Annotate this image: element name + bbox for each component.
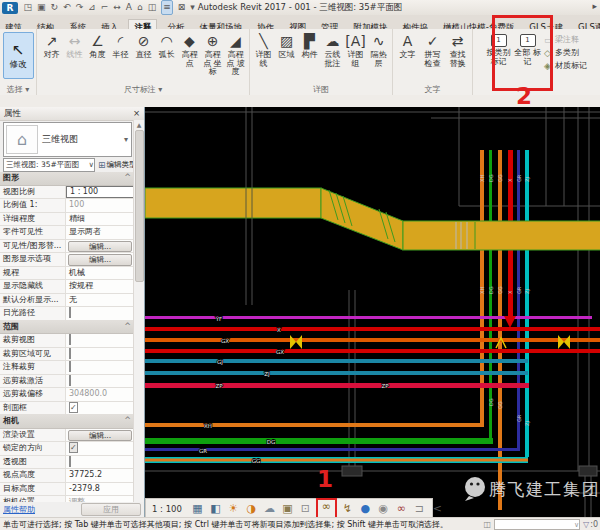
ribbon-tab[interactable]: GLS通用	[573, 20, 600, 29]
duct[interactable]	[145, 188, 600, 250]
ribbon-tab[interactable]: 构件坞	[398, 20, 434, 29]
checkbox[interactable]	[69, 334, 71, 345]
worksharing-display-icon[interactable]: ●	[358, 501, 373, 516]
text-tool-button[interactable]: ✓ 拼写 检查	[420, 31, 445, 68]
save-icon[interactable]: ▣	[37, 1, 46, 14]
dimension-tool-button[interactable]: ∠ 角度	[86, 31, 109, 60]
dimension-tool-button[interactable]: ◜ 半径	[109, 31, 132, 60]
constraints-icon[interactable]: ⊐	[412, 501, 427, 516]
type-selector[interactable]: ⌂ 三维视图 ▾	[3, 122, 132, 157]
dimension-tool-button[interactable]: ↗ 对齐	[40, 31, 63, 60]
selection-filter[interactable]: ▽ :0	[583, 520, 598, 529]
scroll-up-arrow[interactable]: ▲	[134, 120, 144, 129]
ribbon-tab[interactable]: 协作	[252, 20, 279, 29]
horizontal-pipes[interactable]	[145, 316, 600, 463]
sync-icon[interactable]: ↻	[51, 1, 59, 14]
tag-tool-button[interactable]: 1 按类别 标记	[484, 31, 513, 66]
dimension-tool-button[interactable]: ◠ 弧长	[155, 31, 178, 60]
properties-help-link[interactable]: 属性帮助	[3, 504, 35, 515]
design-option-combo[interactable]: ∨	[494, 519, 580, 530]
dimension-tool-button[interactable]: ◆ 高程点	[178, 31, 201, 68]
reveal-hidden-elements-icon[interactable]: ↯	[340, 501, 355, 516]
measure-icon[interactable]: ⌐	[101, 1, 109, 14]
collapse-icon[interactable]: <	[430, 501, 445, 516]
dimension-tool-button[interactable]: ⊕ 高程点 坐标	[201, 31, 224, 77]
checkbox[interactable]	[69, 361, 71, 372]
view-scale-value[interactable]: 1 : 100	[66, 186, 134, 199]
displacement-icon[interactable]: ◉	[376, 501, 391, 516]
edit-type-button[interactable]: ⊞ 编辑类型	[98, 160, 137, 170]
close-hidden-windows-icon[interactable]: ⊠	[178, 1, 186, 14]
ribbon-tab[interactable]: 分析	[162, 20, 189, 29]
default-3d-view-icon[interactable]: ⌂	[137, 1, 143, 14]
sun-path-icon[interactable]: ☀	[226, 501, 241, 516]
tag-small-tool-button[interactable]: ◈ 材质标记	[544, 59, 587, 72]
detail-tool-button[interactable]: ▨ 区域	[275, 31, 298, 60]
ribbon-tab[interactable]: 视图	[284, 20, 311, 29]
ribbon-tab[interactable]: 插入	[96, 20, 123, 29]
text-panel-label[interactable]: 文字	[393, 84, 472, 95]
detail-tool-button[interactable]: ☁ 云线 批注	[321, 31, 344, 68]
ribbon-tab[interactable]: 注释	[128, 19, 157, 29]
ribbon-tab[interactable]: 建筑	[0, 20, 27, 29]
print-icon[interactable]: ⊿	[88, 1, 96, 14]
thin-lines-icon[interactable]: ≡	[161, 0, 173, 15]
qat-customize-icon[interactable]: ▾	[190, 1, 195, 14]
view-instance-combo[interactable]: 三维视图: 35#平面图 ∨	[3, 158, 95, 172]
tag-small-tool-button[interactable]: ▭ 梁注释	[544, 33, 587, 46]
ribbon-tab[interactable]: 结构	[32, 20, 59, 29]
detail-tool-button[interactable]: ╲ 详图 线	[252, 31, 275, 68]
section-extents[interactable]: 范围^	[0, 321, 134, 335]
scrollbar-thumb[interactable]	[135, 130, 144, 282]
close-icon[interactable]: ×	[133, 107, 140, 120]
text-icon[interactable]: A	[126, 1, 132, 14]
drawing-area[interactable]: XH DG GG X GR ZJ XH DG GG X GR ZJ DG GG …	[144, 107, 600, 517]
tag-tool-button[interactable]: 1 全部 标记	[513, 31, 542, 66]
dimension-panel-label[interactable]: 尺寸标注 ▾	[37, 84, 249, 95]
temporary-hide-isolate-icon[interactable]: ∞	[316, 498, 337, 519]
properties-scrollbar[interactable]: ▲	[133, 120, 144, 504]
revit-logo[interactable]: R	[2, 2, 18, 14]
detail-level-icon[interactable]: ▦	[190, 501, 205, 516]
ribbon-tab[interactable]: 附加模块	[348, 20, 392, 29]
ribbon-tab[interactable]: 体量和场地	[195, 20, 248, 29]
visual-style-icon[interactable]: ◧	[208, 501, 223, 516]
chevron-down-icon[interactable]: ▾	[124, 135, 128, 144]
detail-tool-button[interactable]: [A] 详图 组	[344, 31, 367, 68]
crop-view-icon[interactable]: ▣	[280, 501, 295, 516]
section-icon[interactable]: ◫	[148, 1, 157, 14]
detail-panel-label[interactable]: 详图	[250, 84, 392, 95]
redo-icon[interactable]: ↷	[76, 1, 84, 14]
select-panel-label[interactable]: 选择 ▾	[0, 84, 36, 95]
modify-button[interactable]: ↖ 修改	[3, 32, 34, 79]
tag-small-tool-button[interactable]: ◇ 多类别	[544, 46, 587, 59]
checkbox[interactable]	[69, 307, 71, 318]
checkbox[interactable]	[69, 402, 78, 413]
edit-button[interactable]: 编辑...	[68, 430, 132, 442]
shadows-icon[interactable]: ◑	[244, 501, 259, 516]
titlebar-overflow-arrow[interactable]: ▸	[592, 1, 597, 11]
worksharing-icon[interactable]: ◫	[483, 520, 491, 529]
dimension-icon[interactable]: ↔	[113, 1, 121, 14]
dimension-tool-button[interactable]: ◢ 高程点 坡度	[224, 31, 247, 77]
dimension-tool-button[interactable]: ↔ 线性	[63, 31, 86, 60]
edit-button[interactable]: 编辑...	[68, 241, 132, 253]
ribbon-tab[interactable]: 橄榄山快模-免费版	[438, 20, 519, 29]
checkbox[interactable]	[69, 375, 71, 386]
detail-tool-button[interactable]: ▛ 构件	[298, 31, 321, 60]
selection-glasses-icon[interactable]: ∞	[394, 501, 409, 516]
ribbon-tab[interactable]: GLS土建	[524, 20, 568, 29]
apply-button[interactable]: 应用	[81, 503, 141, 516]
ribbon-tab[interactable]: 管理	[316, 20, 343, 29]
text-tool-button[interactable]: A 文字	[395, 31, 420, 60]
ribbon-tab[interactable]: 系统	[64, 20, 91, 29]
open-icon[interactable]: ◳	[24, 1, 33, 14]
rendering-icon[interactable]: ☁	[262, 501, 277, 516]
text-tool-button[interactable]: ⇄ 查找 替换	[445, 31, 470, 68]
edit-button[interactable]: 编辑...	[68, 254, 132, 266]
dimension-tool-button[interactable]: ⊘ 直径	[132, 31, 155, 60]
section-camera[interactable]: 相机^	[0, 415, 134, 429]
crop-region-visibility-icon[interactable]: ⊡	[298, 501, 313, 516]
detail-tool-button[interactable]: ∿ 隔热层	[367, 31, 390, 68]
view-scale-control[interactable]: 1 : 100	[152, 504, 182, 514]
